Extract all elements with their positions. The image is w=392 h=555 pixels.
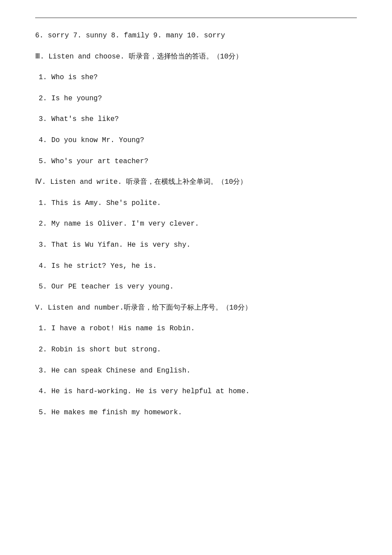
- list-item: 2. My name is Oliver. I'm very clever.: [35, 219, 357, 230]
- list-item: 1. This is Amy. She's polite.: [35, 198, 357, 209]
- list-item: 2. Is he young?: [35, 93, 357, 105]
- top-divider: [35, 18, 357, 18]
- section-5: V. Listen and number.听录音，给下面句子标上序号。（10分）…: [35, 303, 357, 419]
- list-item: 3. What's she like?: [35, 114, 357, 125]
- section-5-header: V. Listen and number.听录音，给下面句子标上序号。（10分）: [35, 303, 357, 314]
- section-3-header: Ⅲ. Listen and choose. 听录音，选择恰当的答语。（10分）: [35, 51, 357, 63]
- list-item: 5. He makes me finish my homework.: [35, 407, 357, 419]
- list-item: 3. That is Wu Yifan. He is very shy.: [35, 240, 357, 251]
- section-3: Ⅲ. Listen and choose. 听录音，选择恰当的答语。（10分） …: [35, 51, 357, 168]
- section-4: Ⅳ. Listen and write. 听录音，在横线上补全单词。（10分） …: [35, 177, 357, 293]
- section-4-header: Ⅳ. Listen and write. 听录音，在横线上补全单词。（10分）: [35, 177, 357, 188]
- list-item: 2. Robin is short but strong.: [35, 344, 357, 356]
- list-item: 3. He can speak Chinese and English.: [35, 365, 357, 377]
- list-item: 4. Is he strict? Yes, he is.: [35, 261, 357, 272]
- list-item: 5. Our PE teacher is very young.: [35, 281, 357, 293]
- list-item: 5. Who's your art teacher?: [35, 156, 357, 168]
- list-item: 4. He is hard-working. He is very helpfu…: [35, 386, 357, 398]
- list-item: 4. Do you know Mr. Young?: [35, 135, 357, 146]
- list-item: 1. I have a robot! His name is Robin.: [35, 323, 357, 335]
- word-list-section: 6. sorry 7. sunny 8. family 9. many 10. …: [35, 30, 357, 42]
- list-item: 1. Who is she?: [35, 72, 357, 84]
- word-list-line: 6. sorry 7. sunny 8. family 9. many 10. …: [35, 30, 357, 42]
